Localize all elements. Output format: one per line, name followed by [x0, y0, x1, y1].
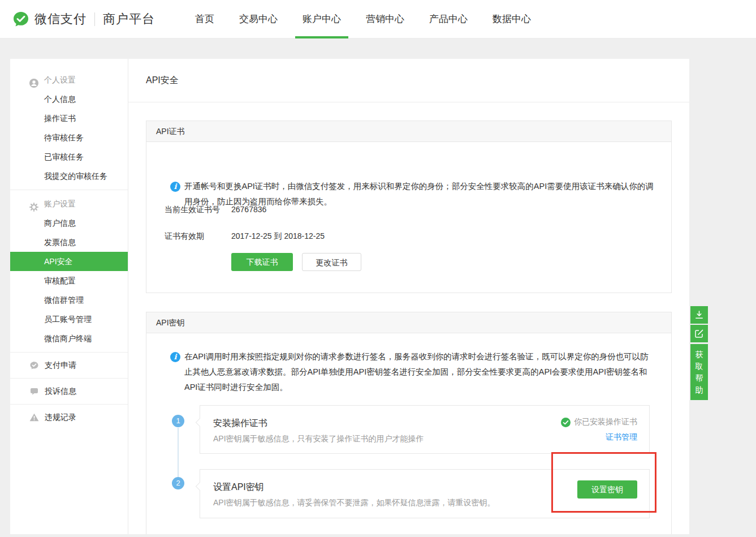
set-api-key-button[interactable]: 设置密钥: [577, 480, 637, 499]
cert-validity-value: 2017-12-25 到 2018-12-25: [231, 231, 457, 241]
sidebar-item-wechat-merchant-terminal[interactable]: 微信商户终端: [10, 329, 128, 348]
wechat-pay-logo-icon: [12, 11, 29, 28]
sidebar-item-wechat-group-mgmt[interactable]: 微信群管理: [10, 290, 128, 310]
step-connector-line: [178, 428, 179, 477]
sidebar-group-personal-settings: 个人设置: [10, 70, 128, 89]
chat-icon: [29, 387, 39, 396]
sidebar-item-reviewed-tasks[interactable]: 已审核任务: [10, 147, 128, 166]
sidebar-item-my-submitted-tasks[interactable]: 我提交的审核任务: [10, 166, 128, 186]
float-download-button[interactable]: [690, 306, 708, 324]
step-2-badge: 2: [172, 477, 184, 489]
nav-transaction-center[interactable]: 交易中心: [232, 0, 285, 38]
step-set-api-key-box: 设置API密钥 API密钥属于敏感信息，请妥善保管不要泄露，如果怀疑信息泄露，请…: [200, 469, 650, 518]
step-1-desc: API密钥属于敏感信息，只有安装了操作证书的用户才能操作: [213, 433, 424, 444]
brand-divider: [94, 12, 95, 26]
nav-data-center[interactable]: 数据中心: [485, 0, 538, 38]
page-title: API安全: [146, 59, 179, 102]
sidebar-separator: [10, 190, 128, 190]
sidebar-link-payment-application[interactable]: 支付申请: [10, 352, 128, 378]
top-header: 微信支付 商户平台 首页 交易中心 账户中心 营销中心 产品中心 数据中心: [0, 0, 756, 38]
user-icon: [29, 75, 38, 84]
step-1-title: 安装操作证书: [213, 418, 267, 429]
brand-name: 微信支付: [34, 11, 87, 28]
step-2-desc: API密钥属于敏感信息，请妥善保管不要泄露，如果怀疑信息泄露，请重设密钥。: [213, 497, 495, 508]
nav-account-center[interactable]: 账户中心: [295, 0, 348, 38]
sidebar-item-operation-cert[interactable]: 操作证书: [10, 109, 128, 128]
info-icon: i: [170, 182, 180, 192]
api-certificate-card-title: API证书: [146, 121, 671, 142]
check-circle-icon: [561, 418, 571, 427]
cert-number-row: 当前生效证书号 26767836: [165, 204, 220, 214]
sidebar-link-label: 违规记录: [45, 413, 76, 423]
sidebar-item-merchant-info[interactable]: 商户信息: [10, 213, 128, 233]
nav-marketing-center[interactable]: 营销中心: [358, 0, 412, 38]
cert-management-link[interactable]: 证书管理: [606, 432, 637, 443]
float-feedback-button[interactable]: [690, 325, 708, 342]
sidebar-link-complaint-info[interactable]: 投诉信息: [10, 378, 128, 404]
edit-icon: [694, 329, 704, 338]
main-content: API安全 API证书 i 开通帐号和更换API证书时，由微信支付签发，用来标识…: [128, 59, 689, 534]
sidebar: 个人设置 个人信息 操作证书 待审核任务 已审核任务 我提交的审核任务 账户设置: [10, 59, 128, 534]
sidebar-group-title: 账户设置: [44, 199, 76, 208]
sidebar-item-pending-review-tasks[interactable]: 待审核任务: [10, 128, 128, 147]
sidebar-link-label: 投诉信息: [45, 386, 76, 397]
change-cert-button[interactable]: 更改证书: [302, 253, 361, 271]
cert-validity-label: 证书有效期: [165, 231, 204, 240]
cert-number-label: 当前生效证书号: [165, 205, 220, 214]
sidebar-item-invoice-info[interactable]: 发票信息: [10, 233, 128, 252]
download-cert-button[interactable]: 下载证书: [231, 253, 293, 271]
step-1-badge: 1: [172, 415, 184, 427]
sidebar-item-api-security[interactable]: API安全: [10, 252, 128, 271]
step-1-status: 你已安装操作证书: [561, 417, 637, 427]
sidebar-group-account-settings: 账户设置: [10, 194, 128, 213]
main-nav: 首页 交易中心 账户中心 营销中心 产品中心 数据中心: [188, 0, 538, 38]
step-1-status-text: 你已安装操作证书: [574, 417, 637, 427]
cert-validity-row: 证书有效期 2017-12-25 到 2018-12-25: [165, 231, 204, 241]
sidebar-item-review-config[interactable]: 审核配置: [10, 271, 128, 290]
api-key-info-text: 在API调用时用来按照指定规则对你的请求参数进行签名，服务器收到你的请求时会进行…: [184, 349, 655, 395]
sidebar-group-title: 个人设置: [44, 75, 76, 84]
step-install-cert-box: 安装操作证书 API密钥属于敏感信息，只有安装了操作证书的用户才能操作 你已安装…: [200, 405, 650, 454]
step-2-title: 设置API密钥: [213, 482, 264, 493]
chat-check-icon: [29, 361, 39, 370]
brand-platform: 商户平台: [103, 11, 155, 28]
sidebar-link-label: 支付申请: [45, 360, 76, 371]
download-icon: [694, 310, 704, 320]
info-icon: i: [170, 352, 180, 362]
sidebar-link-violation-records[interactable]: 违规记录: [10, 404, 128, 430]
cert-number-value: 26767836: [231, 204, 457, 214]
gear-icon: [29, 199, 38, 208]
sidebar-item-staff-account-mgmt[interactable]: 员工账号管理: [10, 310, 128, 329]
api-key-card-title: API密钥: [146, 312, 671, 333]
api-key-card: API密钥 i 在API调用时用来按照指定规则对你的请求参数进行签名，服务器收到…: [146, 312, 672, 534]
sidebar-item-personal-info[interactable]: 个人信息: [10, 89, 128, 109]
wechat-pay-merchant-platform: 微信支付 商户平台 首页 交易中心 账户中心 营销中心 产品中心 数据中心 个人…: [0, 0, 756, 537]
nav-home[interactable]: 首页: [188, 0, 222, 38]
get-help-button[interactable]: 获取帮助: [690, 344, 708, 400]
warning-icon: [29, 413, 39, 422]
title-divider: [128, 102, 689, 102]
nav-product-center[interactable]: 产品中心: [422, 0, 475, 38]
api-certificate-card: API证书 i 开通帐号和更换API证书时，由微信支付签发，用来标识和界定你的身…: [146, 121, 672, 293]
brand[interactable]: 微信支付 商户平台: [12, 0, 155, 38]
